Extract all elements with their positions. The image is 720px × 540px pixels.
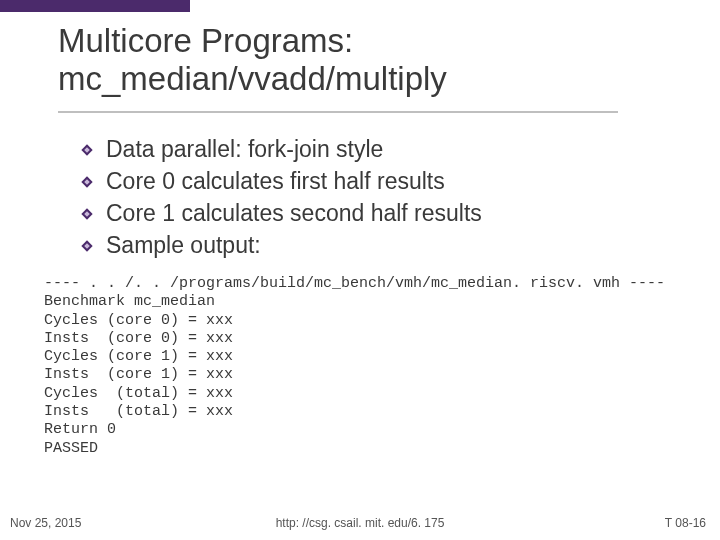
list-item: Core 1 calculates second half results bbox=[80, 199, 690, 229]
code-line: Cycles (core 0) = xxx bbox=[44, 312, 233, 329]
list-item: Core 0 calculates first half results bbox=[80, 167, 690, 197]
bullet-text: Sample output: bbox=[106, 231, 261, 261]
code-line: PASSED bbox=[44, 440, 98, 457]
diamond-bullet-icon bbox=[80, 239, 94, 253]
diamond-bullet-icon bbox=[80, 175, 94, 189]
footer-url: http: //csg. csail. mit. edu/6. 175 bbox=[0, 516, 720, 530]
code-line: ---- . . /. . /programs/build/mc_bench/v… bbox=[44, 275, 665, 292]
list-item: Sample output: bbox=[80, 231, 690, 261]
bullet-list: Data parallel: fork-join style Core 0 ca… bbox=[80, 135, 690, 263]
code-line: Benchmark mc_median bbox=[44, 293, 215, 310]
code-block: ---- . . /. . /programs/build/mc_bench/v… bbox=[44, 275, 710, 458]
code-line: Cycles (total) = xxx bbox=[44, 385, 233, 402]
bullet-text: Core 0 calculates first half results bbox=[106, 167, 445, 197]
slide: Multicore Programs: mc_median/vvadd/mult… bbox=[0, 0, 720, 540]
decor-topbar bbox=[0, 0, 190, 12]
slide-title: Multicore Programs: mc_median/vvadd/mult… bbox=[58, 22, 690, 98]
bullet-text: Data parallel: fork-join style bbox=[106, 135, 383, 165]
code-line: Return 0 bbox=[44, 421, 116, 438]
bullet-text: Core 1 calculates second half results bbox=[106, 199, 482, 229]
title-underline bbox=[58, 111, 618, 113]
code-line: Insts (core 1) = xxx bbox=[44, 366, 233, 383]
code-line: Insts (core 0) = xxx bbox=[44, 330, 233, 347]
code-line: Insts (total) = xxx bbox=[44, 403, 233, 420]
code-line: Cycles (core 1) = xxx bbox=[44, 348, 233, 365]
footer-page: T 08-16 bbox=[665, 516, 706, 530]
list-item: Data parallel: fork-join style bbox=[80, 135, 690, 165]
diamond-bullet-icon bbox=[80, 207, 94, 221]
diamond-bullet-icon bbox=[80, 143, 94, 157]
